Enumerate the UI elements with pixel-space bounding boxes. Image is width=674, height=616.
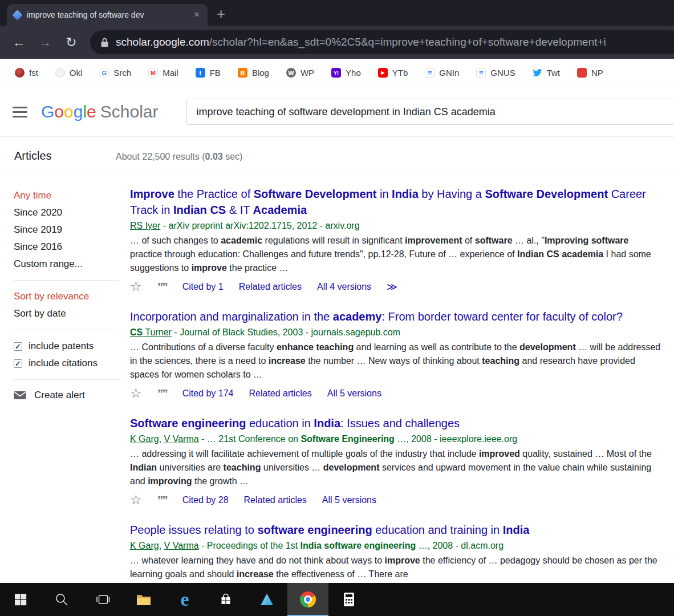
include-patents-checkbox[interactable]: ✓ include patents — [14, 338, 130, 355]
chrome-icon — [300, 591, 316, 607]
result-byline[interactable]: K Garg, V Varma - Proceedings of the 1st… — [130, 539, 663, 553]
scholar-logo[interactable]: GoogleScholar — [41, 102, 158, 121]
blogger-icon: B — [238, 68, 247, 78]
logo-letter: G — [41, 102, 54, 121]
bookmark-np[interactable]: NP — [577, 68, 603, 78]
cite-icon[interactable]: ”” — [157, 387, 167, 399]
menu-hamburger-icon[interactable] — [13, 107, 27, 117]
tab-close-icon[interactable]: × — [193, 9, 201, 21]
bookmark-srch[interactable]: GSrch — [99, 68, 131, 78]
result-title-link[interactable]: Incorporation and marginalization in the… — [130, 309, 663, 325]
lock-icon — [100, 37, 109, 47]
bookmark-label: FB — [210, 68, 221, 78]
youtube-icon: ▶ — [378, 68, 388, 78]
cited-by-link[interactable]: Cited by 28 — [182, 495, 229, 505]
bookmark-label: Yho — [346, 68, 361, 78]
bookmark-wp[interactable]: WWP — [286, 68, 314, 78]
address-bar[interactable]: scholar.google.com/scholar?hl=en&as_sdt=… — [90, 30, 674, 54]
bookmark-ytb[interactable]: ▶YTb — [378, 68, 408, 78]
calculator-button[interactable] — [328, 583, 370, 616]
scholar-header: GoogleScholar — [0, 87, 674, 137]
google-news-icon: ≡ — [425, 68, 435, 78]
more-actions-icon[interactable]: ≫ — [387, 281, 397, 293]
facebook-icon: f — [196, 68, 205, 78]
result-byline[interactable]: K Garg, V Varma - … 21st Conference on S… — [130, 432, 663, 446]
bookmark-yho[interactable]: Y!Yho — [331, 68, 361, 78]
url-text: scholar.google.com/scholar?hl=en&as_sdt=… — [116, 36, 606, 48]
forward-button[interactable]: → — [32, 29, 58, 55]
filter-since-2020[interactable]: Since 2020 — [14, 204, 130, 221]
create-alert-link[interactable]: Create alert — [14, 390, 130, 401]
tab-title: improve teaching of software dev — [27, 10, 187, 19]
logo-letter: e — [87, 102, 96, 121]
cited-by-link[interactable]: Cited by 174 — [182, 388, 234, 399]
bookmark-blog[interactable]: BBlog — [238, 68, 269, 78]
taskbar-search-button[interactable] — [41, 583, 82, 616]
create-alert-label: Create alert — [34, 390, 85, 401]
all-versions-link[interactable]: All 5 versions — [322, 495, 376, 505]
cite-icon[interactable]: ”” — [157, 494, 167, 506]
save-star-icon[interactable]: ☆ — [130, 387, 142, 400]
result-byline[interactable]: CS Turner - Journal of Black Studies, 20… — [130, 326, 663, 339]
reload-button[interactable]: ↻ — [58, 29, 84, 55]
result-title-link[interactable]: Software engineering education in India:… — [130, 415, 663, 431]
bookmark-label: WP — [301, 68, 314, 78]
save-star-icon[interactable]: ☆ — [130, 280, 142, 293]
all-versions-link[interactable]: All 5 versions — [327, 388, 381, 399]
all-versions-link[interactable]: All 4 versions — [317, 282, 371, 292]
bookmark-fst[interactable]: fst — [15, 68, 38, 78]
start-button[interactable] — [0, 583, 41, 616]
related-articles-link[interactable]: Related articles — [244, 495, 307, 505]
file-explorer-button[interactable] — [123, 583, 164, 616]
tab-strip: improve teaching of software dev × + — [0, 0, 674, 26]
task-view-button[interactable] — [82, 583, 123, 616]
checkbox-icon[interactable]: ✓ — [14, 342, 22, 351]
cite-icon[interactable]: ”” — [157, 281, 167, 293]
bookmark-label: fst — [29, 68, 38, 78]
filter-custom-range[interactable]: Custom range... — [14, 256, 130, 273]
paint3d-button[interactable] — [246, 583, 287, 616]
bookmark-fb[interactable]: fFB — [196, 68, 221, 78]
generic-favicon — [55, 68, 65, 78]
url-domain: scholar.google.com — [116, 36, 209, 48]
search-result-2: Incorporation and marginalization in the… — [130, 309, 663, 400]
sort-by-date[interactable]: Sort by date — [14, 305, 130, 322]
bookmark-twt[interactable]: Twt — [533, 68, 560, 78]
back-button[interactable]: ← — [6, 29, 32, 55]
bookmark-okl[interactable]: Okl — [55, 68, 83, 78]
filter-since-2016[interactable]: Since 2016 — [14, 238, 130, 256]
bookmark-gnin[interactable]: ≡GNIn — [425, 68, 459, 78]
result-title-link[interactable]: Improve the Practice of Software Develop… — [130, 186, 663, 218]
bookmark-label: NP — [591, 68, 603, 78]
new-tab-button[interactable]: + — [217, 6, 225, 21]
browser-tab[interactable]: improve teaching of software dev × — [7, 4, 208, 26]
result-snippet: … Contributions of a diverse faculty enh… — [130, 341, 663, 382]
related-articles-link[interactable]: Related articles — [249, 388, 311, 399]
logo-letter: o — [54, 102, 64, 121]
checkbox-icon[interactable]: ✓ — [14, 359, 22, 368]
result-byline[interactable]: RS Iyer - arXiv preprint arXiv:1202.1715… — [130, 219, 663, 233]
edge-button[interactable]: e — [164, 583, 205, 616]
google-search-icon: G — [99, 68, 109, 78]
bookmark-mail[interactable]: MMail — [148, 68, 178, 78]
filter-any-time[interactable]: Any time — [14, 187, 130, 204]
filter-since-2019[interactable]: Since 2019 — [14, 221, 130, 238]
search-input[interactable] — [186, 99, 674, 125]
related-articles-link[interactable]: Related articles — [239, 282, 302, 292]
include-citations-checkbox[interactable]: ✓ include citations — [14, 355, 130, 372]
search-result-1: Improve the Practice of Software Develop… — [130, 186, 663, 293]
gmail-icon: M — [148, 68, 158, 78]
cited-by-link[interactable]: Cited by 1 — [182, 282, 224, 292]
chrome-button[interactable] — [287, 583, 328, 616]
store-button[interactable] — [205, 583, 246, 616]
bookmark-gnus[interactable]: ≡GNUS — [476, 68, 515, 78]
bookmark-label: Mail — [163, 68, 178, 78]
checkbox-label: include citations — [29, 355, 98, 372]
sort-by-relevance[interactable]: Sort by relevance — [14, 288, 130, 305]
divider — [14, 379, 119, 380]
bookmark-label: Blog — [252, 68, 269, 78]
calculator-icon — [343, 592, 355, 607]
results-header-bar: Articles About 22,500 results (0.03 sec) — [0, 137, 674, 172]
save-star-icon[interactable]: ☆ — [130, 493, 142, 506]
result-title-link[interactable]: People issues relating to software engin… — [130, 522, 663, 538]
